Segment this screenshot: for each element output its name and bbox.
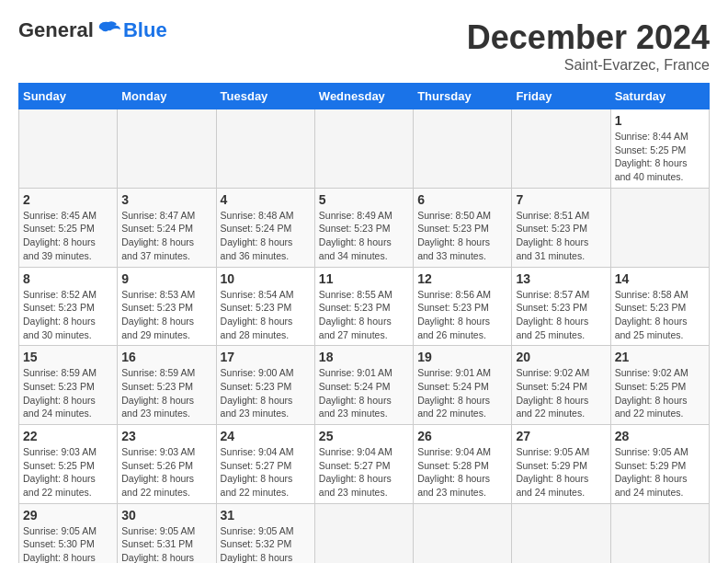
empty-day-cell — [414, 109, 512, 189]
day-number: 9 — [121, 271, 211, 286]
day-cell: 21Sunrise: 9:02 AMSunset: 5:25 PMDayligh… — [610, 346, 709, 425]
day-info: Sunrise: 8:59 AMSunset: 5:23 PMDaylight:… — [23, 366, 113, 420]
day-of-week-header: Saturday — [610, 84, 709, 109]
day-number: 26 — [417, 429, 507, 443]
day-info: Sunrise: 8:57 AMSunset: 5:23 PMDaylight:… — [516, 288, 606, 342]
day-number: 15 — [23, 350, 113, 364]
calendar-table: SundayMondayTuesdayWednesdayThursdayFrid… — [18, 83, 710, 563]
day-info: Sunrise: 9:05 AMSunset: 5:30 PMDaylight:… — [23, 524, 113, 563]
day-info: Sunrise: 9:05 AMSunset: 5:29 PMDaylight:… — [615, 445, 705, 500]
day-info: Sunrise: 8:49 AMSunset: 5:23 PMDaylight:… — [319, 209, 409, 263]
day-info: Sunrise: 8:56 AMSunset: 5:23 PMDaylight:… — [417, 288, 507, 342]
day-cell: 10Sunrise: 8:54 AMSunset: 5:23 PMDayligh… — [216, 267, 314, 346]
empty-day-cell — [314, 109, 413, 189]
day-info: Sunrise: 8:44 AMSunset: 5:25 PMDaylight:… — [615, 130, 705, 184]
day-cell: 4Sunrise: 8:48 AMSunset: 5:24 PMDaylight… — [216, 188, 314, 267]
day-number: 30 — [121, 508, 211, 523]
calendar-header-row: SundayMondayTuesdayWednesdayThursdayFrid… — [19, 84, 710, 109]
day-cell: 26Sunrise: 9:04 AMSunset: 5:28 PMDayligh… — [414, 425, 512, 504]
empty-day-cell — [216, 109, 314, 189]
empty-day-cell — [19, 109, 118, 189]
day-number: 14 — [615, 271, 705, 286]
day-info: Sunrise: 9:03 AMSunset: 5:25 PMDaylight:… — [23, 445, 113, 500]
day-number: 10 — [221, 271, 311, 286]
day-cell: 19Sunrise: 9:01 AMSunset: 5:24 PMDayligh… — [414, 346, 512, 425]
day-number: 6 — [417, 192, 507, 207]
day-cell: 8Sunrise: 8:52 AMSunset: 5:23 PMDaylight… — [19, 267, 118, 346]
day-number: 20 — [516, 350, 606, 364]
calendar-week-row: 29Sunrise: 9:05 AMSunset: 5:30 PMDayligh… — [19, 503, 710, 563]
day-number: 21 — [615, 350, 705, 364]
logo-bird-icon — [96, 20, 121, 40]
day-cell: 16Sunrise: 8:59 AMSunset: 5:23 PMDayligh… — [118, 346, 216, 425]
day-cell: 17Sunrise: 9:00 AMSunset: 5:23 PMDayligh… — [216, 346, 314, 425]
day-of-week-header: Tuesday — [216, 84, 314, 109]
day-number: 17 — [221, 350, 311, 364]
day-info: Sunrise: 8:54 AMSunset: 5:23 PMDaylight:… — [221, 288, 311, 342]
day-cell: 23Sunrise: 9:03 AMSunset: 5:26 PMDayligh… — [118, 425, 216, 504]
day-cell: 6Sunrise: 8:50 AMSunset: 5:23 PMDaylight… — [414, 188, 512, 267]
day-number: 18 — [319, 350, 409, 364]
day-info: Sunrise: 9:02 AMSunset: 5:24 PMDaylight:… — [516, 366, 606, 420]
day-info: Sunrise: 9:00 AMSunset: 5:23 PMDaylight:… — [221, 366, 311, 420]
day-cell: 20Sunrise: 9:02 AMSunset: 5:24 PMDayligh… — [512, 346, 610, 425]
day-number: 13 — [516, 271, 606, 286]
day-number: 4 — [221, 192, 311, 207]
day-cell: 9Sunrise: 8:53 AMSunset: 5:23 PMDaylight… — [118, 267, 216, 346]
calendar-week-row: 8Sunrise: 8:52 AMSunset: 5:23 PMDaylight… — [19, 267, 710, 346]
day-info: Sunrise: 8:53 AMSunset: 5:23 PMDaylight:… — [121, 288, 211, 342]
logo-general: General — [18, 18, 94, 42]
day-number: 24 — [221, 429, 311, 443]
calendar-week-row: 2Sunrise: 8:45 AMSunset: 5:25 PMDaylight… — [19, 188, 710, 267]
day-number: 27 — [516, 429, 606, 443]
empty-day-cell — [512, 503, 610, 563]
day-info: Sunrise: 9:03 AMSunset: 5:26 PMDaylight:… — [121, 445, 211, 500]
logo: General Blue — [18, 18, 167, 42]
day-number: 5 — [319, 192, 409, 207]
day-info: Sunrise: 8:50 AMSunset: 5:23 PMDaylight:… — [417, 209, 507, 263]
logo-blue: Blue — [123, 18, 167, 42]
day-of-week-header: Monday — [118, 84, 216, 109]
day-of-week-header: Sunday — [19, 84, 118, 109]
empty-day-cell — [610, 503, 709, 563]
day-cell: 22Sunrise: 9:03 AMSunset: 5:25 PMDayligh… — [19, 425, 118, 504]
day-number: 11 — [319, 271, 409, 286]
day-info: Sunrise: 9:05 AMSunset: 5:32 PMDaylight:… — [221, 524, 311, 563]
day-cell: 25Sunrise: 9:04 AMSunset: 5:27 PMDayligh… — [314, 425, 413, 504]
day-number: 3 — [121, 192, 211, 207]
day-cell: 3Sunrise: 8:47 AMSunset: 5:24 PMDaylight… — [118, 188, 216, 267]
month-title: December 2024 — [467, 18, 710, 57]
day-info: Sunrise: 8:51 AMSunset: 5:23 PMDaylight:… — [516, 209, 606, 263]
day-info: Sunrise: 8:48 AMSunset: 5:24 PMDaylight:… — [221, 209, 311, 263]
day-number: 22 — [23, 429, 113, 443]
day-cell: 2Sunrise: 8:45 AMSunset: 5:25 PMDaylight… — [19, 188, 118, 267]
day-of-week-header: Thursday — [414, 84, 512, 109]
day-number: 25 — [319, 429, 409, 443]
day-number: 12 — [417, 271, 507, 286]
calendar-week-row: 15Sunrise: 8:59 AMSunset: 5:23 PMDayligh… — [19, 346, 710, 425]
day-info: Sunrise: 9:05 AMSunset: 5:31 PMDaylight:… — [121, 524, 211, 563]
day-info: Sunrise: 9:04 AMSunset: 5:27 PMDaylight:… — [221, 445, 311, 500]
day-cell: 1Sunrise: 8:44 AMSunset: 5:25 PMDaylight… — [610, 109, 709, 189]
day-info: Sunrise: 8:55 AMSunset: 5:23 PMDaylight:… — [319, 288, 409, 342]
day-of-week-header: Wednesday — [314, 84, 413, 109]
day-info: Sunrise: 9:01 AMSunset: 5:24 PMDaylight:… — [319, 366, 409, 420]
location: Saint-Evarzec, France — [467, 57, 710, 74]
day-info: Sunrise: 8:47 AMSunset: 5:24 PMDaylight:… — [121, 209, 211, 263]
day-number: 31 — [221, 508, 311, 523]
day-cell: 31Sunrise: 9:05 AMSunset: 5:32 PMDayligh… — [216, 503, 314, 563]
empty-day-cell — [118, 109, 216, 189]
day-cell: 18Sunrise: 9:01 AMSunset: 5:24 PMDayligh… — [314, 346, 413, 425]
calendar-week-row: 22Sunrise: 9:03 AMSunset: 5:25 PMDayligh… — [19, 425, 710, 504]
day-info: Sunrise: 9:04 AMSunset: 5:28 PMDaylight:… — [417, 445, 507, 500]
page-header: General Blue December 2024 Saint-Evarzec… — [18, 18, 710, 74]
day-cell: 27Sunrise: 9:05 AMSunset: 5:29 PMDayligh… — [512, 425, 610, 504]
day-cell: 5Sunrise: 8:49 AMSunset: 5:23 PMDaylight… — [314, 188, 413, 267]
day-cell: 12Sunrise: 8:56 AMSunset: 5:23 PMDayligh… — [414, 267, 512, 346]
day-info: Sunrise: 9:02 AMSunset: 5:25 PMDaylight:… — [615, 366, 705, 420]
day-number: 8 — [23, 271, 113, 286]
calendar-week-row: 1Sunrise: 8:44 AMSunset: 5:25 PMDaylight… — [19, 109, 710, 189]
day-cell: 30Sunrise: 9:05 AMSunset: 5:31 PMDayligh… — [118, 503, 216, 563]
day-number: 19 — [417, 350, 507, 364]
day-number: 29 — [23, 508, 113, 523]
